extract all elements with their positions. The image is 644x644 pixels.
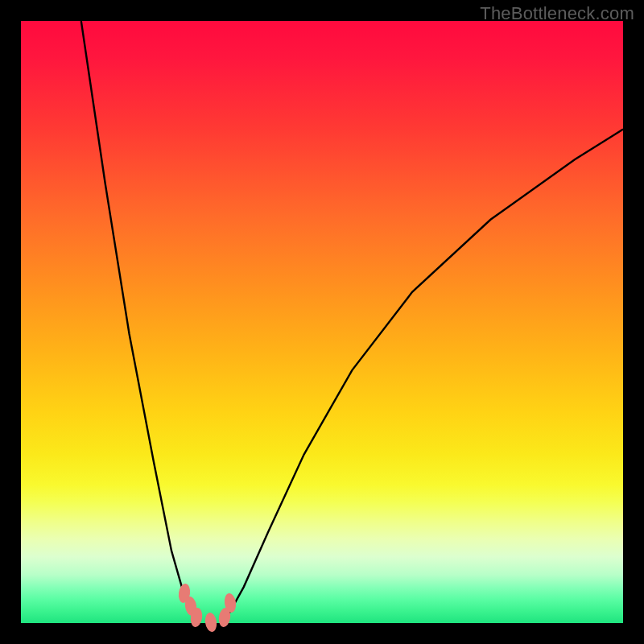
watermark-text: TheBottleneck.com bbox=[480, 3, 634, 24]
plot-area bbox=[21, 21, 623, 623]
bottleneck-curve bbox=[21, 21, 623, 623]
curve-left-branch bbox=[81, 21, 199, 622]
curve-right-branch bbox=[223, 130, 623, 622]
